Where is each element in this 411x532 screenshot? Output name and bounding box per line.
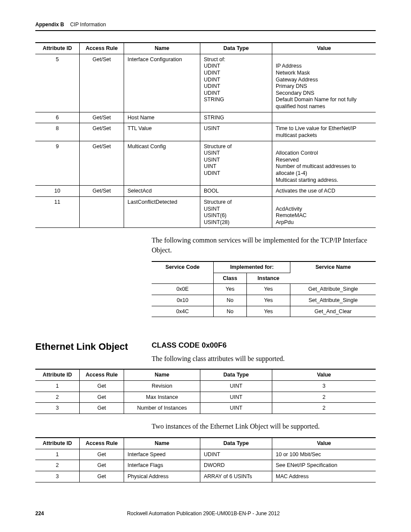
table-cell: Get [80, 403, 124, 414]
table-cell: Yes [246, 295, 290, 306]
table-cell: 0x4C [152, 306, 214, 317]
table-cell: STRING [200, 112, 272, 123]
table-cell: Allocation Control Reserved Number of mu… [272, 141, 376, 186]
table-row: 0x0EYesYesGet_Attribute_Single [152, 284, 376, 295]
tcp-ip-services-intro: The following common services will be im… [152, 236, 376, 255]
table-cell: Activates the use of ACD [272, 186, 376, 197]
col-access-rule: Access Rule [80, 438, 124, 449]
table-cell: 9 [35, 141, 80, 186]
table-cell: Get/Set [80, 112, 124, 123]
table-cell: Get [80, 471, 124, 482]
page-footer: 224 Rockwell Automation Publication 290E… [35, 510, 376, 516]
table-cell: Set_Attribute_Single [290, 295, 376, 306]
tcp-ip-services-table: Service Code Implemented for: Service Na… [152, 261, 376, 317]
appendix-title: CIP Information [70, 22, 106, 28]
table-cell: 3 [272, 380, 376, 392]
table-cell: Physical Address [124, 471, 200, 482]
table-cell: Interface Speed [124, 449, 200, 460]
table-row: 9Get/SetMulticast ConfigStructure of USI… [35, 141, 376, 186]
table-cell: See ENet/IP Specification [272, 460, 376, 471]
table-cell: 10 or 100 Mbit/Sec [272, 449, 376, 460]
table-cell: LastConflictDetected [124, 196, 200, 228]
table-cell: Revision [124, 380, 200, 392]
col-value: Value [272, 438, 376, 449]
col-name: Name [124, 438, 200, 449]
table-cell: SelectAcd [124, 186, 200, 197]
col-value: Value [272, 43, 376, 54]
table-row: 0x4CNoYesGet_And_Clear [152, 306, 376, 317]
table-row: 6Get/SetHost NameSTRING [35, 112, 376, 123]
table-cell: Yes [214, 284, 246, 295]
table-cell: 6 [35, 112, 80, 123]
table-cell: DWORD [200, 460, 272, 471]
table-cell: USINT [200, 123, 272, 141]
table-cell: Interface Configuration [124, 54, 200, 112]
table-cell: 11 [35, 196, 80, 228]
table-row: 1GetRevisionUINT3 [35, 380, 376, 392]
table-cell: 10 [35, 186, 80, 197]
table-cell: UINT [200, 380, 272, 392]
table-cell: Get/Set [80, 54, 124, 112]
appendix-label: Appendix B [35, 22, 64, 28]
table-cell: TTL Value [124, 123, 200, 141]
table-cell: 1 [35, 380, 80, 392]
table-cell: Struct of: UDINT UDINT UDINT UDINT UDINT… [200, 54, 272, 112]
page-number: 224 [35, 510, 44, 516]
table-cell: Get_Attribute_Single [290, 284, 376, 295]
col-class: Class [214, 273, 246, 284]
table-cell: Yes [246, 306, 290, 317]
table-cell: Host Name [124, 112, 200, 123]
table-cell: UDINT [200, 449, 272, 460]
table-cell: Number of Instances [124, 403, 200, 414]
col-service-code: Service Code [152, 261, 214, 284]
class-code-heading: CLASS CODE 0x00F6 [152, 341, 376, 350]
table-cell: Get/Set [80, 186, 124, 197]
table-row: 2GetMax InstanceUINT2 [35, 392, 376, 403]
table-cell: IP Address Network Mask Gateway Address … [272, 54, 376, 112]
col-attr-id: Attribute ID [35, 438, 80, 449]
table-cell [272, 112, 376, 123]
table-row: 3GetPhysical AddressARRAY of 6 USINTsMAC… [35, 471, 376, 482]
table-cell: Structure of USINT USINT UINT UDINT [200, 141, 272, 186]
table-cell: Get [80, 380, 124, 392]
table-cell: Get [80, 449, 124, 460]
table-cell: 5 [35, 54, 80, 112]
table-cell: Multicast Config [124, 141, 200, 186]
col-value: Value [272, 369, 376, 380]
table-row: 11LastConflictDetectedStructure of USINT… [35, 196, 376, 228]
col-instance: Instance [246, 273, 290, 284]
col-access-rule: Access Rule [80, 43, 124, 54]
class-attributes-intro: The following class attributes will be s… [152, 355, 376, 363]
table-row: 5Get/SetInterface ConfigurationStruct of… [35, 54, 376, 112]
table-cell: 2 [272, 403, 376, 414]
ethernet-link-instance-attributes-table: Attribute ID Access Rule Name Data Type … [35, 437, 376, 482]
col-attr-id: Attribute ID [35, 369, 80, 380]
table-row: 10Get/SetSelectAcdBOOLActivates the use … [35, 186, 376, 197]
table-row: 0x10NoYesSet_Attribute_Single [152, 295, 376, 306]
table-cell: Get [80, 392, 124, 403]
table-cell: 3 [35, 471, 80, 482]
col-access-rule: Access Rule [80, 369, 124, 380]
col-data-type: Data Type [200, 438, 272, 449]
col-data-type: Data Type [200, 43, 272, 54]
col-name: Name [124, 369, 200, 380]
running-header: Appendix B CIP Information [35, 22, 376, 31]
table-cell: 1 [35, 449, 80, 460]
table-cell: Yes [246, 284, 290, 295]
table-cell: 0x0E [152, 284, 214, 295]
table-cell: BOOL [200, 186, 272, 197]
instance-intro: Two instances of the Ethernet Link Objec… [152, 422, 376, 431]
col-attr-id: Attribute ID [35, 43, 80, 54]
table-cell: Interface Flags [124, 460, 200, 471]
table-cell: 2 [272, 392, 376, 403]
table-cell: Get/Set [80, 123, 124, 141]
col-group-implemented: Implemented for: [214, 261, 290, 273]
table-row: 1GetInterface SpeedUDINT10 or 100 Mbit/S… [35, 449, 376, 460]
table-cell: AcdActivity RemoteMAC ArpPdu [272, 196, 376, 228]
table-cell: 8 [35, 123, 80, 141]
table-cell: 2 [35, 460, 80, 471]
ethernet-link-class-attributes-table: Attribute ID Access Rule Name Data Type … [35, 369, 376, 414]
table-cell: No [214, 306, 246, 317]
table-cell [80, 196, 124, 228]
col-data-type: Data Type [200, 369, 272, 380]
